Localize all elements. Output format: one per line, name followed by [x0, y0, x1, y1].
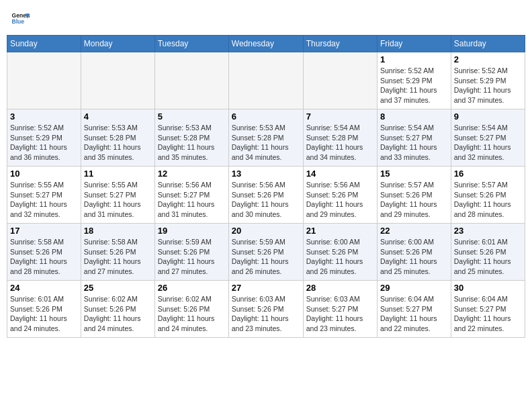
calendar-cell: 18Sunrise: 5:58 AM Sunset: 5:26 PM Dayli… [81, 224, 154, 281]
day-info: Sunrise: 5:52 AM Sunset: 5:29 PM Dayligh… [454, 66, 513, 104]
day-info: Sunrise: 5:57 AM Sunset: 5:26 PM Dayligh… [380, 181, 439, 218]
calendar-cell: 1Sunrise: 5:52 AM Sunset: 5:29 PM Daylig… [377, 52, 451, 109]
day-number: 25 [84, 283, 152, 293]
day-info: Sunrise: 5:55 AM Sunset: 5:27 PM Dayligh… [10, 181, 69, 218]
day-info: Sunrise: 6:03 AM Sunset: 5:27 PM Dayligh… [306, 295, 365, 332]
day-info: Sunrise: 5:56 AM Sunset: 5:26 PM Dayligh… [306, 181, 365, 218]
day-info: Sunrise: 6:02 AM Sunset: 5:26 PM Dayligh… [158, 295, 217, 332]
calendar-cell [154, 52, 228, 109]
day-number: 6 [232, 111, 300, 122]
calendar-cell: 10Sunrise: 5:55 AM Sunset: 5:27 PM Dayli… [7, 167, 81, 224]
day-number: 19 [158, 226, 226, 236]
calendar-cell [81, 52, 154, 109]
day-number: 20 [232, 226, 300, 236]
page-header: General Blue [7, 7, 525, 31]
calendar-cell: 27Sunrise: 6:03 AM Sunset: 5:26 PM Dayli… [228, 281, 303, 338]
calendar-cell: 26Sunrise: 6:02 AM Sunset: 5:26 PM Dayli… [154, 281, 228, 338]
day-number: 18 [84, 226, 152, 236]
day-info: Sunrise: 5:54 AM Sunset: 5:28 PM Dayligh… [306, 124, 365, 161]
day-number: 22 [380, 226, 448, 236]
day-info: Sunrise: 6:04 AM Sunset: 5:27 PM Dayligh… [454, 295, 513, 332]
calendar-cell: 29Sunrise: 6:04 AM Sunset: 5:27 PM Dayli… [377, 281, 451, 338]
day-number: 28 [306, 283, 374, 293]
day-info: Sunrise: 6:00 AM Sunset: 5:26 PM Dayligh… [380, 238, 439, 275]
day-info: Sunrise: 5:57 AM Sunset: 5:26 PM Dayligh… [454, 181, 513, 218]
calendar-cell: 30Sunrise: 6:04 AM Sunset: 5:27 PM Dayli… [451, 281, 525, 338]
day-info: Sunrise: 6:00 AM Sunset: 5:26 PM Dayligh… [306, 238, 365, 275]
calendar-cell [7, 52, 81, 109]
day-info: Sunrise: 6:03 AM Sunset: 5:26 PM Dayligh… [232, 295, 291, 332]
day-number: 10 [10, 169, 78, 179]
calendar-cell: 20Sunrise: 5:59 AM Sunset: 5:26 PM Dayli… [228, 224, 303, 281]
day-info: Sunrise: 5:59 AM Sunset: 5:26 PM Dayligh… [232, 238, 291, 275]
calendar-cell: 8Sunrise: 5:54 AM Sunset: 5:27 PM Daylig… [377, 109, 451, 167]
day-number: 11 [84, 169, 152, 179]
calendar-cell: 15Sunrise: 5:57 AM Sunset: 5:26 PM Dayli… [377, 167, 451, 224]
day-info: Sunrise: 5:53 AM Sunset: 5:28 PM Dayligh… [84, 124, 143, 161]
calendar-cell: 7Sunrise: 5:54 AM Sunset: 5:28 PM Daylig… [303, 109, 377, 167]
day-number: 1 [380, 54, 448, 64]
calendar-cell: 14Sunrise: 5:56 AM Sunset: 5:26 PM Dayli… [303, 167, 377, 224]
day-number: 12 [158, 169, 226, 179]
day-info: Sunrise: 5:53 AM Sunset: 5:28 PM Dayligh… [158, 124, 217, 161]
day-number: 3 [10, 111, 78, 122]
day-info: Sunrise: 6:04 AM Sunset: 5:27 PM Dayligh… [380, 295, 439, 332]
day-info: Sunrise: 5:54 AM Sunset: 5:27 PM Dayligh… [454, 124, 513, 161]
day-number: 27 [232, 283, 300, 293]
day-number: 29 [380, 283, 448, 293]
day-number: 7 [306, 111, 374, 122]
calendar-week-row: 24Sunrise: 6:01 AM Sunset: 5:26 PM Dayli… [7, 281, 525, 338]
day-number: 8 [380, 111, 448, 122]
day-info: Sunrise: 5:53 AM Sunset: 5:28 PM Dayligh… [232, 124, 291, 161]
day-info: Sunrise: 5:55 AM Sunset: 5:27 PM Dayligh… [84, 181, 143, 218]
weekday-header: Monday [81, 36, 154, 52]
day-info: Sunrise: 5:58 AM Sunset: 5:26 PM Dayligh… [10, 238, 69, 275]
day-number: 2 [454, 54, 522, 64]
day-number: 16 [454, 169, 522, 179]
day-number: 15 [380, 169, 448, 179]
weekday-header: Sunday [7, 36, 81, 52]
day-info: Sunrise: 6:01 AM Sunset: 5:26 PM Dayligh… [10, 295, 69, 332]
calendar-cell: 2Sunrise: 5:52 AM Sunset: 5:29 PM Daylig… [451, 52, 525, 109]
day-info: Sunrise: 5:52 AM Sunset: 5:29 PM Dayligh… [380, 66, 439, 104]
calendar-cell: 13Sunrise: 5:56 AM Sunset: 5:26 PM Dayli… [228, 167, 303, 224]
calendar-cell: 11Sunrise: 5:55 AM Sunset: 5:27 PM Dayli… [81, 167, 154, 224]
logo-icon: General Blue [11, 9, 30, 28]
day-number: 14 [306, 169, 374, 179]
calendar-cell [303, 52, 377, 109]
day-number: 4 [84, 111, 152, 122]
logo: General Blue [11, 9, 30, 28]
calendar-cell: 21Sunrise: 6:00 AM Sunset: 5:26 PM Dayli… [303, 224, 377, 281]
calendar-cell: 5Sunrise: 5:53 AM Sunset: 5:28 PM Daylig… [154, 109, 228, 167]
day-info: Sunrise: 6:01 AM Sunset: 5:26 PM Dayligh… [454, 238, 513, 275]
weekday-header: Saturday [451, 36, 525, 52]
calendar-cell: 19Sunrise: 5:59 AM Sunset: 5:26 PM Dayli… [154, 224, 228, 281]
calendar-cell: 24Sunrise: 6:01 AM Sunset: 5:26 PM Dayli… [7, 281, 81, 338]
day-number: 21 [306, 226, 374, 236]
day-number: 26 [158, 283, 226, 293]
calendar-cell: 16Sunrise: 5:57 AM Sunset: 5:26 PM Dayli… [451, 167, 525, 224]
calendar-week-row: 1Sunrise: 5:52 AM Sunset: 5:29 PM Daylig… [7, 52, 525, 109]
day-info: Sunrise: 5:52 AM Sunset: 5:29 PM Dayligh… [10, 124, 69, 161]
calendar-cell: 23Sunrise: 6:01 AM Sunset: 5:26 PM Dayli… [451, 224, 525, 281]
day-info: Sunrise: 5:56 AM Sunset: 5:26 PM Dayligh… [232, 181, 291, 218]
weekday-header: Tuesday [154, 36, 228, 52]
day-info: Sunrise: 5:56 AM Sunset: 5:27 PM Dayligh… [158, 181, 217, 218]
calendar-header-row: SundayMondayTuesdayWednesdayThursdayFrid… [7, 36, 525, 52]
calendar-cell: 22Sunrise: 6:00 AM Sunset: 5:26 PM Dayli… [377, 224, 451, 281]
day-number: 5 [158, 111, 226, 122]
day-info: Sunrise: 6:02 AM Sunset: 5:26 PM Dayligh… [84, 295, 143, 332]
calendar-week-row: 17Sunrise: 5:58 AM Sunset: 5:26 PM Dayli… [7, 224, 525, 281]
calendar-cell: 9Sunrise: 5:54 AM Sunset: 5:27 PM Daylig… [451, 109, 525, 167]
calendar-cell: 4Sunrise: 5:53 AM Sunset: 5:28 PM Daylig… [81, 109, 154, 167]
weekday-header: Wednesday [228, 36, 303, 52]
day-info: Sunrise: 5:59 AM Sunset: 5:26 PM Dayligh… [158, 238, 217, 275]
svg-text:Blue: Blue [12, 18, 25, 25]
day-number: 24 [10, 283, 78, 293]
calendar-cell: 3Sunrise: 5:52 AM Sunset: 5:29 PM Daylig… [7, 109, 81, 167]
day-number: 9 [454, 111, 522, 122]
calendar-cell: 25Sunrise: 6:02 AM Sunset: 5:26 PM Dayli… [81, 281, 154, 338]
calendar-week-row: 10Sunrise: 5:55 AM Sunset: 5:27 PM Dayli… [7, 167, 525, 224]
weekday-header: Thursday [303, 36, 377, 52]
calendar-cell: 28Sunrise: 6:03 AM Sunset: 5:27 PM Dayli… [303, 281, 377, 338]
